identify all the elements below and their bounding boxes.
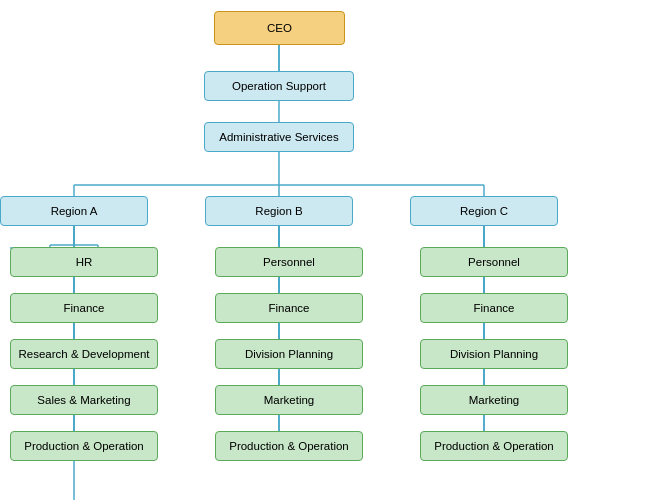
a-sm-node: Sales & Marketing [10,385,158,415]
op-support-node: Operation Support [204,71,354,101]
b-marketing-node: Marketing [215,385,363,415]
org-chart: CEO Operation Support Administrative Ser… [0,0,650,504]
c-marketing-node: Marketing [420,385,568,415]
b-finance-node: Finance [215,293,363,323]
a-po-node: Production & Operation [10,431,158,461]
ceo-node: CEO [214,11,345,45]
b-personnel-node: Personnel [215,247,363,277]
a-hr-node: HR [10,247,158,277]
b-po-node: Production & Operation [215,431,363,461]
admin-services-node: Administrative Services [204,122,354,152]
c-po-node: Production & Operation [420,431,568,461]
c-finance-node: Finance [420,293,568,323]
region-c-node: Region C [410,196,558,226]
region-b-node: Region B [205,196,353,226]
b-dp-node: Division Planning [215,339,363,369]
region-a-node: Region A [0,196,148,226]
c-personnel-node: Personnel [420,247,568,277]
a-finance-node: Finance [10,293,158,323]
a-rd-node: Research & Development [10,339,158,369]
c-dp-node: Division Planning [420,339,568,369]
